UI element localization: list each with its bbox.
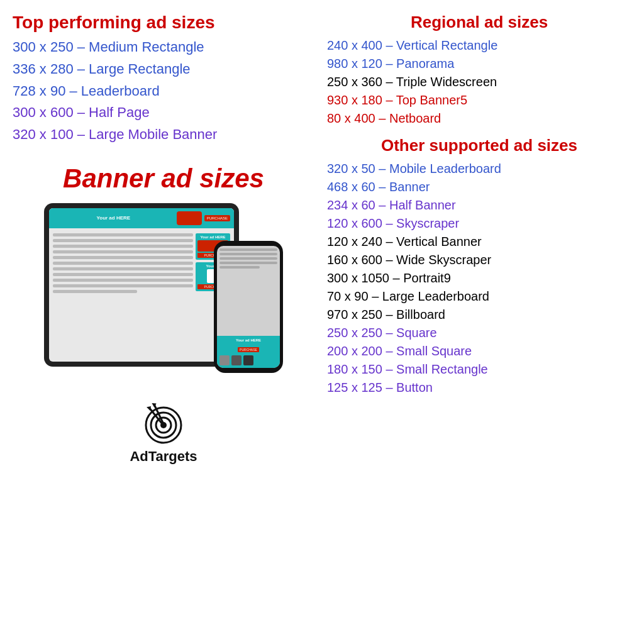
top-performing-item: 320 x 100 – Large Mobile Banner bbox=[13, 125, 314, 145]
other-item: 160 x 600 – Wide Skyscraper bbox=[327, 252, 631, 269]
other-section: Other supported ad sizes 320 x 50 – Mobi… bbox=[327, 136, 631, 396]
phone-text-line bbox=[219, 262, 277, 264]
other-item: 70 x 90 – Large Leaderboard bbox=[327, 288, 631, 305]
regional-item: 80 x 400 – Netboard bbox=[327, 110, 631, 127]
text-line bbox=[53, 256, 193, 259]
tablet-purchase-btn: PURCHASE bbox=[204, 215, 230, 221]
top-performing-title: Top performing ad sizes bbox=[13, 13, 314, 33]
right-column: Regional ad sizes 240 x 400 – Vertical R… bbox=[321, 13, 631, 631]
top-performing-item: 336 x 280 – Large Rectangle bbox=[13, 60, 314, 79]
svg-marker-7 bbox=[152, 401, 157, 408]
top-performing-item: 300 x 600 – Half Page bbox=[13, 103, 314, 123]
other-item: 200 x 200 – Small Square bbox=[327, 343, 631, 360]
other-item: 120 x 240 – Vertical Banner bbox=[327, 233, 631, 250]
phone-bottom-ad: Your ad HERE PURCHASE bbox=[217, 336, 280, 368]
top-performing-list: 300 x 250 – Medium Rectangle336 x 280 – … bbox=[13, 38, 314, 145]
phone: Your ad HERE PURCHASE bbox=[214, 241, 283, 373]
tablet-top-ad: Your ad HERE PURCHASE bbox=[49, 208, 234, 228]
other-title: Other supported ad sizes bbox=[327, 136, 631, 155]
phone-screen: Your ad HERE PURCHASE bbox=[217, 246, 280, 368]
phone-shirt-2 bbox=[231, 355, 242, 365]
tablet-screen: Your ad HERE PURCHASE bbox=[49, 208, 234, 362]
text-line bbox=[53, 273, 193, 276]
other-item: 120 x 600 – Skyscraper bbox=[327, 215, 631, 232]
tablet: Your ad HERE PURCHASE bbox=[44, 203, 239, 367]
text-line bbox=[53, 245, 193, 248]
phone-top-lines bbox=[217, 246, 280, 273]
logo-section: AdTargets bbox=[13, 401, 314, 465]
other-item: 250 x 250 – Square bbox=[327, 325, 631, 341]
tablet-text-lines bbox=[53, 233, 193, 296]
text-line bbox=[53, 250, 193, 253]
phone-shirt-1 bbox=[219, 355, 230, 365]
phone-text-line bbox=[219, 257, 277, 260]
text-line bbox=[53, 233, 193, 236]
banner-title: Banner ad sizes bbox=[13, 164, 314, 194]
tablet-side-ad-text: Your ad HERE bbox=[197, 235, 228, 239]
tablet-content: Your ad HERE PURCHASE Your ad PURCHASE bbox=[49, 231, 234, 298]
target-icon bbox=[142, 401, 186, 445]
device-illustration: Your ad HERE PURCHASE bbox=[44, 203, 283, 392]
banner-section: Banner ad sizes Your ad HERE PURCHASE bbox=[13, 164, 314, 465]
regional-item: 250 x 360 – Triple Widescreen bbox=[327, 74, 631, 91]
regional-item: 930 x 180 – Top Banner5 bbox=[327, 92, 631, 109]
text-line bbox=[53, 239, 193, 242]
logo-text: AdTargets bbox=[13, 448, 314, 465]
regional-section: Regional ad sizes 240 x 400 – Vertical R… bbox=[327, 13, 631, 127]
phone-ad-text: Your ad HERE bbox=[219, 338, 277, 342]
other-item: 320 x 50 – Mobile Leaderboard bbox=[327, 160, 631, 177]
left-column: Top performing ad sizes 300 x 250 – Medi… bbox=[13, 13, 321, 631]
phone-text-line bbox=[219, 266, 260, 269]
other-list: 320 x 50 – Mobile Leaderboard468 x 60 – … bbox=[327, 160, 631, 396]
top-performing-item: 300 x 250 – Medium Rectangle bbox=[13, 38, 314, 57]
phone-text-line bbox=[219, 248, 277, 251]
other-item: 234 x 60 – Half Banner bbox=[327, 197, 631, 214]
regional-item: 980 x 120 – Panorama bbox=[327, 55, 631, 72]
regional-title: Regional ad sizes bbox=[327, 13, 631, 32]
regional-list: 240 x 400 – Vertical Rectangle980 x 120 … bbox=[327, 37, 631, 127]
phone-text-line bbox=[219, 253, 277, 255]
tablet-ad-text: Your ad HERE bbox=[53, 215, 174, 221]
other-item: 125 x 125 – Button bbox=[327, 379, 631, 396]
phone-shirts bbox=[219, 355, 277, 365]
tablet-car-graphic bbox=[177, 211, 202, 225]
other-item: 180 x 150 – Small Rectangle bbox=[327, 361, 631, 378]
text-line bbox=[53, 279, 193, 282]
other-item: 300 x 1050 – Portrait9 bbox=[327, 270, 631, 287]
other-item: 468 x 60 – Banner bbox=[327, 179, 631, 196]
other-item: 970 x 250 – Billboard bbox=[327, 306, 631, 323]
regional-item: 240 x 400 – Vertical Rectangle bbox=[327, 37, 631, 54]
phone-shirt-3 bbox=[243, 355, 253, 365]
text-line bbox=[53, 284, 193, 287]
text-line bbox=[53, 262, 193, 265]
top-performing-section: Top performing ad sizes 300 x 250 – Medi… bbox=[13, 13, 314, 145]
text-line bbox=[53, 290, 137, 293]
phone-purchase-btn: PURCHASE bbox=[238, 347, 259, 352]
text-line bbox=[53, 267, 193, 270]
top-performing-item: 728 x 90 – Leaderboard bbox=[13, 82, 314, 101]
